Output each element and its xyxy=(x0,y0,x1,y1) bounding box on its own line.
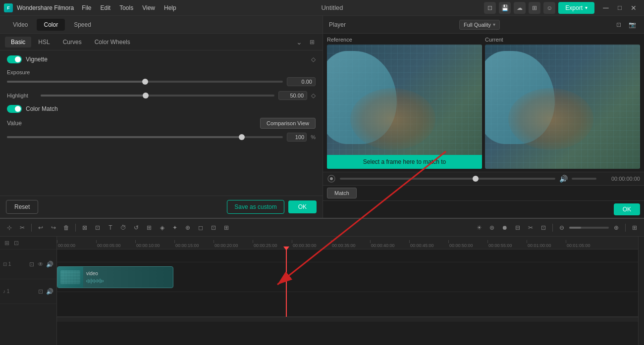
user-icon[interactable]: ☺ xyxy=(543,2,555,14)
pct-slider[interactable] xyxy=(7,136,283,138)
clip-label: video xyxy=(86,271,104,276)
toolbar-divider-4 xyxy=(625,224,626,232)
bottom-buttons-row: Reset Save as custom OK xyxy=(0,196,322,218)
app-logo: F xyxy=(4,3,13,12)
erase-icon[interactable]: ◻ xyxy=(195,222,206,233)
menu-view[interactable]: View xyxy=(138,3,159,13)
volume-slider[interactable] xyxy=(572,178,596,180)
toolbar-divider-2 xyxy=(75,224,76,232)
video-eye-icon[interactable]: 👁 xyxy=(37,260,45,268)
video-lock-icon[interactable]: ⊡ xyxy=(28,260,36,268)
screenshot-icon[interactable]: 📷 xyxy=(627,19,638,30)
current-video-frame[interactable] xyxy=(485,45,640,169)
exposure-section: Exposure xyxy=(7,69,316,86)
export-button[interactable]: Export ▾ xyxy=(558,2,594,14)
timeline-scrollbar[interactable] xyxy=(57,317,638,322)
video-track-row: video xyxy=(57,262,638,292)
zoom-in-icon[interactable]: ⊕ xyxy=(611,222,622,233)
layout-panel-icon[interactable]: ⊞ xyxy=(307,37,318,48)
more-options-icon[interactable]: ⊞ xyxy=(629,222,640,233)
save-custom-button[interactable]: Save as custom xyxy=(227,200,284,214)
exposure-slider[interactable] xyxy=(7,81,283,83)
menu-tools[interactable]: Tools xyxy=(115,3,137,13)
highlight-label: Highlight xyxy=(7,93,37,99)
exposure-label-row: Exposure xyxy=(7,69,316,75)
zoom-slider[interactable] xyxy=(569,227,609,229)
tab-color[interactable]: Color xyxy=(37,19,65,31)
right-panel: Player Full Quality ▾ ⊡ 📷 Reference xyxy=(323,16,644,218)
highlight-slider[interactable] xyxy=(41,95,274,97)
snip-tool-icon[interactable]: ✂ xyxy=(17,222,28,233)
vignette-section: Vignette ◇ xyxy=(7,55,316,63)
reference-video-frame[interactable]: Select a frame here to match to xyxy=(327,45,482,169)
close-button[interactable]: ✕ xyxy=(627,2,640,14)
video-volume-icon[interactable]: 🔊 xyxy=(46,260,54,268)
ok-left-button[interactable]: OK xyxy=(288,200,317,213)
quality-select[interactable]: Full Quality ▾ xyxy=(459,20,500,30)
highlight-section: Highlight ◇ xyxy=(7,91,316,100)
sun-icon[interactable]: ☀ xyxy=(474,222,484,233)
expand-icon[interactable]: ⊡ xyxy=(613,19,624,30)
menu-help[interactable]: Help xyxy=(160,3,180,13)
tab-video[interactable]: Video xyxy=(6,19,35,31)
layers-icon[interactable]: ⊟ xyxy=(512,222,523,233)
mic-icon[interactable]: ⏺ xyxy=(499,222,510,233)
split-icon[interactable]: ⊠ xyxy=(79,222,90,233)
redo-icon[interactable]: ↪ xyxy=(48,222,59,233)
reference-label: Reference xyxy=(327,37,482,43)
menu-edit[interactable]: Edit xyxy=(97,3,115,13)
upload-icon[interactable]: ☁ xyxy=(514,2,526,14)
undo-icon[interactable]: ↩ xyxy=(35,222,46,233)
right-ok-button[interactable]: OK xyxy=(614,203,640,215)
rotate-icon[interactable]: ↺ xyxy=(131,222,142,233)
delete-icon[interactable]: 🗑 xyxy=(61,222,72,233)
top-tab-bar: Video Color Speed xyxy=(0,16,322,34)
menu-file[interactable]: File xyxy=(78,3,95,13)
video-clip[interactable]: video xyxy=(57,266,173,288)
tab-speed[interactable]: Speed xyxy=(67,19,98,31)
minimize-button[interactable]: ─ xyxy=(599,2,612,14)
sub-tab-color-wheels[interactable]: Color Wheels xyxy=(89,37,136,48)
audio-icon[interactable]: ◈ xyxy=(157,222,167,233)
sub-tab-basic[interactable]: Basic xyxy=(5,37,31,48)
exposure-value-input[interactable] xyxy=(287,77,316,86)
right-ok-row: OK xyxy=(323,200,644,218)
color-match-toggle[interactable] xyxy=(7,105,22,113)
chain-icon[interactable]: ⊡ xyxy=(12,239,20,247)
volume-speaker-icon[interactable]: 🔊 xyxy=(559,175,568,183)
transform-icon[interactable]: ⊞ xyxy=(144,222,155,233)
audio-mute-icon[interactable]: 🔊 xyxy=(46,288,54,296)
player-action-icons: ⊡ 📷 xyxy=(613,19,638,30)
cursor-tool-icon[interactable]: ⊹ xyxy=(4,222,15,233)
match-button[interactable]: Match xyxy=(327,188,357,198)
crop-icon[interactable]: ⊡ xyxy=(92,222,103,233)
player-header: Player Full Quality ▾ ⊡ 📷 xyxy=(323,16,644,34)
photo-icon[interactable]: ⊡ xyxy=(538,222,549,233)
save-cloud-icon[interactable]: 💾 xyxy=(499,2,511,14)
pct-value-input[interactable] xyxy=(287,133,307,142)
collapse-panel-icon[interactable]: ⌄ xyxy=(294,37,305,48)
effects-icon[interactable]: ✦ xyxy=(169,222,180,233)
timeline-scrubber[interactable] xyxy=(340,178,555,180)
reset-button[interactable]: Reset xyxy=(6,200,38,214)
stabilize-icon[interactable]: ⊞ xyxy=(221,222,232,233)
grid-icon[interactable]: ⊞ xyxy=(529,2,540,14)
monitor-icon[interactable]: ⊡ xyxy=(484,2,496,14)
vignette-toggle[interactable] xyxy=(7,55,22,63)
maximize-button[interactable]: □ xyxy=(613,2,626,14)
audio-lock-icon[interactable]: ⊡ xyxy=(37,288,45,296)
highlight-value-input[interactable] xyxy=(278,91,307,100)
sub-tab-curves[interactable]: Curves xyxy=(57,37,88,48)
magic-icon[interactable]: ⊕ xyxy=(182,222,193,233)
highlight-slider-row: Highlight ◇ xyxy=(7,91,316,100)
timer-icon[interactable]: ⏱ xyxy=(118,222,129,233)
comparison-view-button[interactable]: Comparison View xyxy=(260,118,316,129)
zoom-out-icon[interactable]: ⊖ xyxy=(556,222,567,233)
scissors-icon[interactable]: ✂ xyxy=(525,222,536,233)
sub-tab-hsl[interactable]: HSL xyxy=(32,37,55,48)
duplicate-icon[interactable]: ⊡ xyxy=(208,222,219,233)
vertical-scrollbar[interactable] xyxy=(638,237,644,345)
text-icon[interactable]: T xyxy=(105,222,116,233)
link-icon[interactable]: ⊞ xyxy=(3,239,11,247)
shield-icon[interactable]: ⊛ xyxy=(486,222,497,233)
